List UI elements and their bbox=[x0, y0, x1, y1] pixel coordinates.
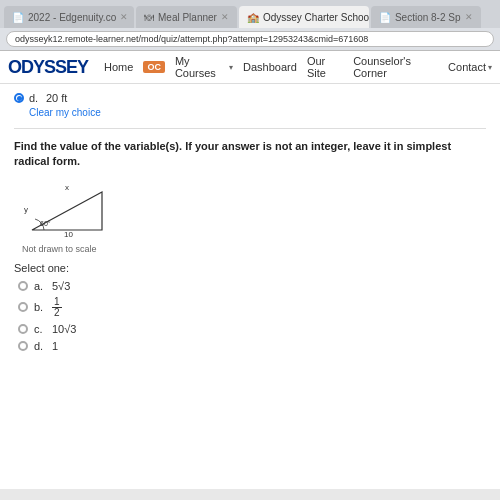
my-courses-arrow: ▾ bbox=[229, 63, 233, 72]
tab-icon-edgenuity: 📄 bbox=[12, 12, 24, 23]
option-b[interactable]: b. 1 2 bbox=[18, 297, 486, 318]
nav-links: Home OC My Courses ▾ Dashboard Our Site … bbox=[104, 55, 492, 79]
tab-icon-meal: 🍽 bbox=[144, 12, 154, 23]
not-to-scale-label: Not drawn to scale bbox=[22, 244, 486, 254]
option-c[interactable]: c. 10√3 bbox=[18, 323, 486, 335]
svg-text:10: 10 bbox=[64, 230, 73, 239]
option-b-value: 1 2 bbox=[52, 297, 62, 318]
tab-close-edgenuity[interactable]: ✕ bbox=[120, 12, 128, 22]
selected-radio[interactable] bbox=[14, 93, 24, 103]
option-b-radio[interactable] bbox=[18, 302, 28, 312]
option-a-radio[interactable] bbox=[18, 281, 28, 291]
nav-my-courses-label: My Courses bbox=[175, 55, 227, 79]
tab-close-meal[interactable]: ✕ bbox=[221, 12, 229, 22]
triangle-diagram: y x 10 60° bbox=[22, 180, 486, 240]
tab-meal-planner[interactable]: 🍽 Meal Planner ✕ bbox=[136, 6, 237, 28]
fraction-b: 1 2 bbox=[52, 297, 62, 318]
option-d[interactable]: d. 1 bbox=[18, 340, 486, 352]
browser-chrome: 📄 2022 - Edgenuity.co ✕ 🍽 Meal Planner ✕… bbox=[0, 0, 500, 51]
tab-close-section[interactable]: ✕ bbox=[465, 12, 473, 22]
clear-choice-link[interactable]: Clear my choice bbox=[29, 107, 486, 118]
nav-home[interactable]: Home bbox=[104, 61, 133, 73]
option-a[interactable]: a. 5√3 bbox=[18, 280, 486, 292]
tab-icon-section: 📄 bbox=[379, 12, 391, 23]
nav-my-courses[interactable]: My Courses ▾ bbox=[175, 55, 233, 79]
question-text: Find the value of the variable(s). If yo… bbox=[14, 139, 486, 170]
address-bar-row: odysseyk12.remote-learner.net/mod/quiz/a… bbox=[0, 28, 500, 50]
option-b-label: b. bbox=[34, 301, 46, 313]
nav-contact-label: Contact bbox=[448, 61, 486, 73]
nav-counselors-corner[interactable]: Counselor's Corner bbox=[353, 55, 438, 79]
previous-answer-section: d. 20 ft Clear my choice bbox=[14, 92, 486, 118]
address-bar[interactable]: odysseyk12.remote-learner.net/mod/quiz/a… bbox=[6, 31, 494, 47]
option-a-label: a. bbox=[34, 280, 46, 292]
option-d-value: 1 bbox=[52, 340, 58, 352]
option-a-value: 5√3 bbox=[52, 280, 70, 292]
select-one-label: Select one: bbox=[14, 262, 486, 274]
fraction-den: 2 bbox=[52, 308, 62, 318]
svg-text:y: y bbox=[24, 205, 28, 214]
tab-section[interactable]: 📄 Section 8-2 Sp ✕ bbox=[371, 6, 481, 28]
option-c-radio[interactable] bbox=[18, 324, 28, 334]
tab-edgenuity[interactable]: 📄 2022 - Edgenuity.co ✕ bbox=[4, 6, 134, 28]
odyssey-logo: ODYSSEY bbox=[8, 57, 88, 78]
option-d-radio[interactable] bbox=[18, 341, 28, 351]
nav-dashboard[interactable]: Dashboard bbox=[243, 61, 297, 73]
nav-bar: ODYSSEY Home OC My Courses ▾ Dashboard O… bbox=[0, 51, 500, 84]
nav-contact[interactable]: Contact ▾ bbox=[448, 61, 492, 73]
tab-label-meal: Meal Planner bbox=[158, 12, 217, 23]
divider bbox=[14, 128, 486, 129]
oc-badge: OC bbox=[143, 61, 165, 73]
tab-label-odyssey: Odyssey Charter Schools of Nev bbox=[263, 12, 369, 23]
tab-label-edgenuity: 2022 - Edgenuity.co bbox=[28, 12, 116, 23]
tab-label-section: Section 8-2 Sp bbox=[395, 12, 461, 23]
option-c-value: 10√3 bbox=[52, 323, 76, 335]
option-d-label: d. bbox=[34, 340, 46, 352]
tab-bar: 📄 2022 - Edgenuity.co ✕ 🍽 Meal Planner ✕… bbox=[0, 0, 500, 28]
contact-arrow: ▾ bbox=[488, 63, 492, 72]
content-area: d. 20 ft Clear my choice Find the value … bbox=[0, 84, 500, 489]
selected-answer-value: 20 ft bbox=[46, 92, 67, 104]
svg-text:60°: 60° bbox=[40, 220, 51, 227]
nav-our-site[interactable]: Our Site bbox=[307, 55, 343, 79]
selected-answer-row: d. 20 ft bbox=[14, 92, 486, 104]
tab-icon-odyssey: 🏫 bbox=[247, 12, 259, 23]
selected-answer-label: d. bbox=[29, 92, 41, 104]
svg-text:x: x bbox=[65, 183, 69, 192]
tab-odyssey[interactable]: 🏫 Odyssey Charter Schools of Nev ✕ bbox=[239, 6, 369, 28]
options-list: a. 5√3 b. 1 2 c. 10√3 d. 1 bbox=[18, 280, 486, 352]
triangle-svg: y x 10 60° bbox=[22, 180, 112, 240]
option-c-label: c. bbox=[34, 323, 46, 335]
